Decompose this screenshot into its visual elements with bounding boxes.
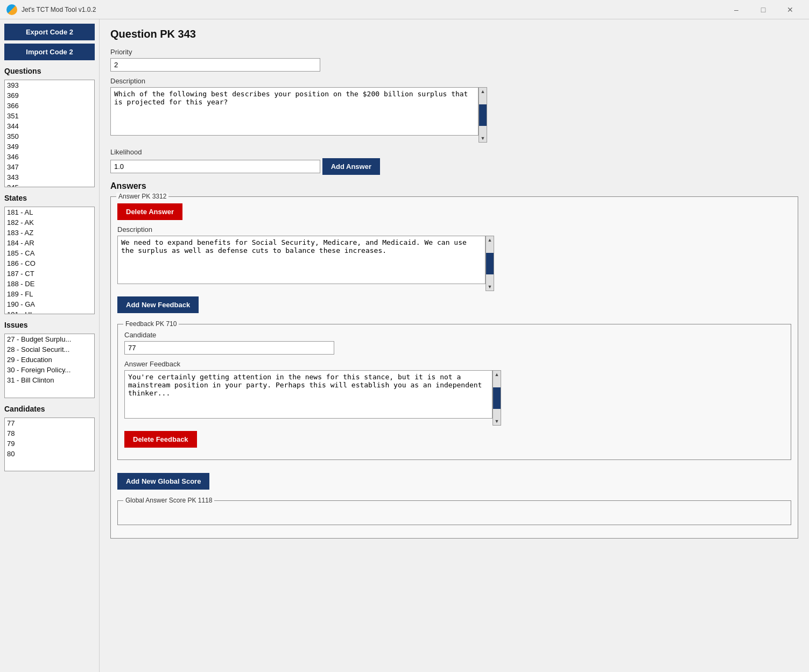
export-code-button[interactable]: Export Code 2 [4,24,95,40]
list-item[interactable]: 187 - CT [5,268,94,279]
questions-section-title: Questions [4,67,95,75]
delete-feedback-button[interactable]: Delete Feedback [124,431,197,448]
title-bar-text: Jet's TCT Mod Tool v1.0.2 [22,6,724,13]
answer-group: Answer PK 3312 Delete Answer Description… [110,196,798,539]
close-button[interactable]: ✕ [778,2,803,18]
likelihood-input[interactable] [110,160,320,173]
title-bar: Jet's TCT Mod Tool v1.0.2 – □ ✕ [0,0,809,19]
add-feedback-button[interactable]: Add New Feedback [117,296,199,313]
priority-input[interactable] [110,58,320,72]
sidebar: Export Code 2 Import Code 2 Questions 39… [0,19,100,672]
list-item[interactable]: 29 - Education [5,355,94,365]
description-label: Description [110,77,798,85]
list-item[interactable]: 30 - Foreign Policy... [5,365,94,375]
questions-listbox[interactable]: 393369366351344350349346347343345348 [4,80,95,187]
description-textarea[interactable] [110,87,479,136]
list-item[interactable]: 393 [5,80,94,90]
list-item[interactable]: 31 - Bill Clinton [5,375,94,385]
list-item[interactable]: 344 [5,121,94,131]
answer-feedback-textarea[interactable] [124,370,493,419]
list-item[interactable]: 27 - Budget Surplu... [5,334,94,344]
list-item[interactable]: 184 - AR [5,238,94,248]
list-item[interactable]: 343 [5,172,94,182]
list-item[interactable]: 347 [5,162,94,172]
answer-description-scrollbar[interactable]: ▲ ▼ [486,236,494,291]
list-item[interactable]: 77 [5,418,94,428]
description-scrollbar[interactable]: ▲ ▼ [479,87,487,143]
list-item[interactable]: 182 - AK [5,217,94,228]
list-item[interactable]: 79 [5,438,94,449]
list-item[interactable]: 369 [5,90,94,101]
candidate-input[interactable] [124,341,334,355]
likelihood-label: Likelihood [110,148,798,156]
app-body: Export Code 2 Import Code 2 Questions 39… [0,19,809,672]
answer-feedback-label: Answer Feedback [124,360,784,368]
list-item[interactable]: 80 [5,449,94,459]
answer-description-label: Description [117,225,791,234]
candidate-label: Candidate [124,331,784,339]
list-item[interactable]: 349 [5,142,94,152]
list-item[interactable]: 366 [5,101,94,111]
global-score-legend: Global Answer Score PK 1118 [123,497,214,504]
delete-answer-button[interactable]: Delete Answer [117,203,182,220]
add-answer-button[interactable]: Add Answer [322,158,380,175]
list-item[interactable]: 186 - CO [5,258,94,268]
issues-section-title: Issues [4,321,95,329]
global-score-group: Global Answer Score PK 1118 [117,500,791,525]
add-global-score-button[interactable]: Add New Global Score [117,473,209,490]
list-item[interactable]: 183 - AZ [5,228,94,238]
list-item[interactable]: 350 [5,131,94,142]
candidates-listbox[interactable]: 77787980 [4,418,95,471]
priority-label: Priority [110,48,798,56]
issues-listbox[interactable]: 27 - Budget Surplu...28 - Social Securit… [4,334,95,398]
maximize-button[interactable]: □ [751,2,776,18]
app-icon [6,4,17,15]
feedback-scrollbar[interactable]: ▲ ▼ [493,370,501,426]
list-item[interactable]: 191 - HI [5,309,94,314]
list-item[interactable]: 78 [5,428,94,438]
list-item[interactable]: 345 [5,182,94,187]
list-item[interactable]: 28 - Social Securit... [5,344,94,355]
list-item[interactable]: 185 - CA [5,248,94,258]
main-content: Question PK 343 Priority Description ▲ ▼… [100,19,809,672]
import-code-button[interactable]: Import Code 2 [4,44,95,60]
page-title: Question PK 343 [110,28,798,40]
list-item[interactable]: 351 [5,111,94,121]
list-item[interactable]: 190 - GA [5,299,94,309]
list-item[interactable]: 188 - DE [5,279,94,289]
answer-description-textarea[interactable] [117,236,486,284]
answer-legend: Answer PK 3312 [116,193,168,200]
list-item[interactable]: 189 - FL [5,289,94,299]
list-item[interactable]: 181 - AL [5,207,94,217]
states-section-title: States [4,194,95,202]
feedback-group: Feedback PK 710 Candidate Answer Feedbac… [117,324,791,460]
feedback-legend: Feedback PK 710 [123,320,179,328]
states-listbox[interactable]: 181 - AL182 - AK183 - AZ184 - AR185 - CA… [4,207,95,314]
minimize-button[interactable]: – [724,2,749,18]
answers-section-title: Answers [110,181,798,191]
list-item[interactable]: 346 [5,152,94,162]
title-bar-controls: – □ ✕ [724,2,803,18]
candidates-section-title: Candidates [4,405,95,413]
